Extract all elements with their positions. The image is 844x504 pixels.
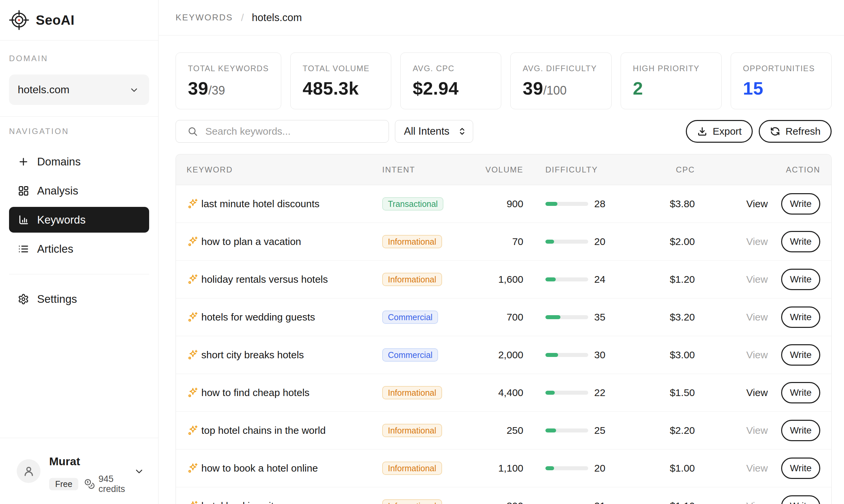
action-cell: ViewWrite (695, 344, 831, 366)
write-button[interactable]: Write (781, 306, 820, 328)
volume-cell: 70 (478, 236, 523, 247)
action-cell: ViewWrite (695, 193, 831, 215)
cpc-cell: $1.20 (636, 274, 695, 285)
stat-value: 39/39 (188, 78, 269, 98)
table-row: how to plan a vacationInformational7020$… (176, 223, 831, 261)
breadcrumb-separator: / (241, 12, 244, 23)
intent-filter-select[interactable]: All Intents (395, 120, 473, 143)
view-link[interactable]: View (746, 274, 768, 285)
intent-badge: Informational (382, 235, 442, 248)
write-button[interactable]: Write (781, 193, 820, 215)
action-cell: ViewWrite (695, 269, 831, 290)
breadcrumb-section[interactable]: KEYWORDS (176, 12, 233, 23)
sparkle-icon (187, 500, 199, 504)
table-row: how to find cheap hotelsInformational4,4… (176, 374, 831, 412)
view-link[interactable]: View (746, 425, 768, 436)
action-cell: ViewWrite (695, 382, 831, 403)
navigation-section: NAVIGATION DomainsAnalysisKeywordsArticl… (0, 116, 158, 265)
view-link[interactable]: View (746, 236, 768, 247)
intent-filter-value: All Intents (404, 125, 450, 137)
sidebar-item-domains[interactable]: Domains (9, 149, 149, 175)
domain-select[interactable]: hotels.com (9, 74, 149, 105)
keyword-cell: how to book a hotel online (176, 462, 382, 474)
difficulty-value: 35 (594, 311, 605, 323)
keyword-text: how to book a hotel online (201, 463, 318, 474)
sidebar-item-label: Articles (37, 242, 73, 255)
view-link[interactable]: View (746, 500, 768, 504)
credits-text: 945credits (98, 474, 125, 494)
domain-section-label: DOMAIN (9, 54, 149, 63)
write-button[interactable]: Write (781, 495, 820, 504)
volume-cell: 1,100 (478, 463, 523, 474)
view-link[interactable]: View (746, 463, 768, 474)
write-button[interactable]: Write (781, 344, 820, 366)
export-button[interactable]: Export (686, 120, 753, 143)
sidebar-item-settings[interactable]: Settings (9, 286, 149, 312)
logo: SeoAI (0, 0, 158, 40)
intent-badge: Informational (382, 386, 442, 399)
stat-card-avg-difficulty: AVG. DIFFICULTY39/100 (510, 53, 611, 109)
page-body: TOTAL KEYWORDS39/39TOTAL VOLUME485.3kAVG… (159, 35, 844, 504)
sparkle-icon (187, 462, 199, 474)
refresh-icon (770, 126, 780, 137)
keyword-cell: how to find cheap hotels (176, 387, 382, 399)
keyword-cell: hotels for wedding guests (176, 311, 382, 323)
column-header-action: ACTION (695, 165, 831, 175)
sidebar-item-label: Settings (37, 293, 77, 305)
sidebar-item-keywords[interactable]: Keywords (9, 207, 149, 233)
refresh-button[interactable]: Refresh (759, 120, 832, 143)
cpc-cell: $2.20 (636, 425, 695, 436)
keyword-text: holiday rentals versus hotels (201, 274, 328, 285)
difficulty-value: 25 (594, 425, 605, 436)
volume-cell: 2,000 (478, 349, 523, 361)
view-link[interactable]: View (746, 311, 768, 323)
chevron-down-icon[interactable] (134, 466, 144, 476)
stat-suffix: /100 (543, 84, 566, 97)
intent-cell: Informational (382, 386, 478, 399)
search-input[interactable] (205, 126, 380, 137)
keyword-text: hotels for wedding guests (201, 311, 315, 323)
logo-red-dot (18, 19, 20, 21)
intent-cell: Commercial (382, 310, 478, 324)
column-header-keyword: KEYWORD (176, 165, 382, 175)
plan-badge: Free (49, 478, 78, 490)
cpc-cell: $1.10 (636, 500, 695, 504)
user-name: Murat (49, 455, 125, 468)
keyword-cell: top hotel chains in the world (176, 425, 382, 436)
stat-label: TOTAL KEYWORDS (188, 64, 269, 73)
intent-badge: Informational (382, 462, 442, 475)
navigation-section-label: NAVIGATION (9, 127, 149, 136)
difficulty-bar (545, 391, 588, 395)
write-button[interactable]: Write (781, 382, 820, 403)
write-button[interactable]: Write (781, 420, 820, 441)
view-link[interactable]: View (746, 349, 768, 361)
stat-card-avg-cpc: AVG. CPC$2.94 (400, 53, 501, 109)
intent-badge: Transactional (382, 197, 443, 211)
domain-select-value: hotels.com (18, 84, 70, 96)
list-icon (18, 243, 29, 255)
write-button[interactable]: Write (781, 269, 820, 290)
difficulty-cell: 25 (523, 425, 636, 436)
write-button[interactable]: Write (781, 231, 820, 252)
sidebar-item-label: Analysis (37, 184, 78, 197)
intent-cell: Informational (382, 462, 478, 475)
sidebar-item-analysis[interactable]: Analysis (9, 178, 149, 203)
difficulty-cell: 35 (523, 311, 636, 323)
table-row: holiday rentals versus hotelsInformation… (176, 261, 831, 299)
breadcrumb: KEYWORDS / hotels.com (159, 0, 844, 35)
intent-cell: Commercial (382, 348, 478, 362)
difficulty-value: 24 (594, 274, 605, 285)
intent-badge: Informational (382, 424, 442, 437)
write-button[interactable]: Write (781, 457, 820, 479)
user-panel[interactable]: Murat Free 945credits (0, 438, 158, 504)
keyword-text: how to plan a vacation (201, 236, 301, 247)
table-row: short city breaks hotelsCommercial2,0003… (176, 336, 831, 374)
sidebar-item-articles[interactable]: Articles (9, 236, 149, 262)
view-link[interactable]: View (746, 198, 768, 210)
stat-value: $2.94 (412, 78, 489, 98)
difficulty-bar (545, 353, 588, 357)
sidebar-item-label: Domains (37, 156, 81, 168)
keyword-cell: holiday rentals versus hotels (176, 273, 382, 285)
view-link[interactable]: View (746, 387, 768, 398)
bar-chart-icon (18, 214, 29, 226)
